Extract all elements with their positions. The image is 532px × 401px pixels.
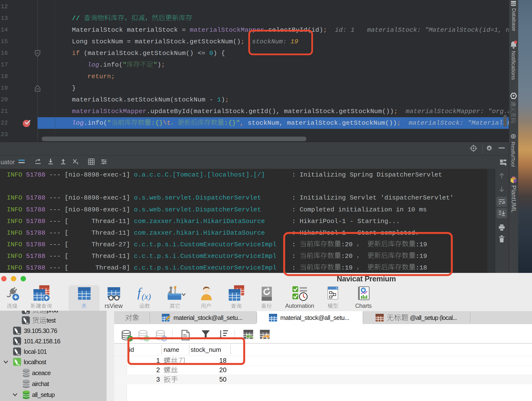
- svg-text:(x): (x): [142, 292, 151, 301]
